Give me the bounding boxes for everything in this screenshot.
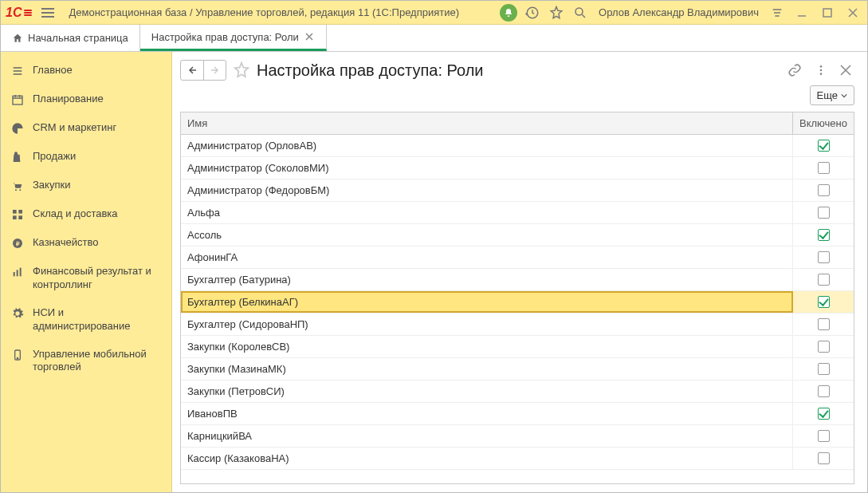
svg-point-16 [17,357,18,358]
cell-name[interactable]: Администратор (ОрловАВ) [181,135,793,156]
planning-icon [10,93,25,107]
enabled-checkbox[interactable] [818,184,830,196]
treasury-icon: ₽ [10,236,25,250]
search-icon[interactable] [571,4,589,22]
table-body[interactable]: Администратор (ОрловАВ)Администратор (Со… [181,135,854,483]
table-row[interactable]: Закупки (ПетровСИ) [181,381,854,403]
svg-rect-6 [13,210,17,214]
gear-icon [10,306,25,321]
sidebar-item-planning[interactable]: Планирование [1,85,171,114]
column-name[interactable]: Имя [181,112,793,134]
cell-name[interactable]: Альфа [181,202,793,223]
cell-name[interactable]: Закупки (ПетровСИ) [181,381,793,402]
sidebar-item-label: Финансовый результат и контроллинг [33,265,162,292]
table-row[interactable]: Закупки (МазинаМК) [181,358,854,381]
enabled-checkbox[interactable] [818,140,830,152]
cell-name[interactable]: Бухгалтер (БелкинаАГ) [181,291,793,313]
cell-name[interactable]: КарницкийВА [181,425,793,447]
cell-name[interactable]: АфонинГА [181,246,793,268]
column-enabled[interactable]: Включено [793,112,854,134]
table-row[interactable]: Администратор (ОрловАВ) [181,135,854,157]
sidebar-item-warehouse[interactable]: Склад и доставка [1,200,171,229]
table-row[interactable]: Ассоль [181,224,854,246]
sidebar-item-finance[interactable]: Финансовый результат и контроллинг [1,258,171,299]
table-row[interactable]: ИвановПВ [181,403,854,425]
table-row[interactable]: Администратор (ФедоровБМ) [181,179,854,202]
cell-enabled [793,425,854,447]
sidebar-item-treasury[interactable]: ₽ Казначейство [1,229,171,258]
sidebar-item-label: НСИ и администрирование [33,306,162,333]
main-menu-button[interactable] [38,5,57,21]
table-row[interactable]: Альфа [181,202,854,224]
tab-home[interactable]: Начальная страница [1,25,140,51]
window-minimize[interactable] [792,5,811,21]
content-header: Настройка прав доступа: Роли [172,52,867,85]
cell-name[interactable]: Ассоль [181,224,793,246]
table-row[interactable]: Бухгалтер (Батурина) [181,269,854,291]
enabled-checkbox[interactable] [818,452,830,464]
table-row[interactable]: Администратор (СоколовМИ) [181,157,854,179]
user-name[interactable]: Орлов Александр Владимирович [599,6,759,18]
enabled-checkbox[interactable] [818,363,830,375]
cell-name[interactable]: Администратор (ФедоровБМ) [181,179,793,201]
favorite-star-icon[interactable] [233,61,250,79]
nav-back-button[interactable] [181,61,203,80]
enabled-checkbox[interactable] [818,408,830,420]
more-menu-label: Еще [817,89,838,101]
table-row[interactable]: Бухгалтер (БелкинаАГ) [181,291,854,314]
table-row[interactable]: Закупки (КоролевСВ) [181,336,854,358]
svg-rect-2 [823,9,831,17]
table-row[interactable]: КарницкийВА [181,425,854,448]
cell-name[interactable]: Бухгалтер (Батурина) [181,269,793,290]
sidebar-item-main[interactable]: Главное [1,57,171,85]
cell-name[interactable]: Кассир (КазаковаНА) [181,448,793,469]
sidebar-item-crm[interactable]: CRM и маркетинг [1,114,171,143]
more-menu-button[interactable]: Еще [810,85,854,105]
cell-name[interactable]: Администратор (СоколовМИ) [181,157,793,179]
settings-icon[interactable] [768,4,786,22]
close-content-icon[interactable] [837,61,854,79]
cell-name[interactable]: Закупки (МазинаМК) [181,358,793,380]
cell-enabled [793,336,854,357]
sidebar-item-purchases[interactable]: Закупки [1,172,171,200]
enabled-checkbox[interactable] [818,318,830,330]
sidebar-item-label: Главное [33,64,73,77]
enabled-checkbox[interactable] [818,274,830,286]
cell-name[interactable]: Бухгалтер (СидороваНП) [181,314,793,335]
svg-rect-3 [13,96,22,105]
svg-rect-12 [14,272,15,276]
sidebar: Главное Планирование CRM и маркетинг Про… [1,52,172,493]
tabs-bar: Начальная страница Настройка прав доступ… [1,25,867,52]
notifications-button[interactable] [500,4,517,22]
cell-enabled [793,448,854,469]
window-close[interactable] [843,5,862,21]
history-icon[interactable] [524,4,541,22]
cell-name[interactable]: ИвановПВ [181,403,793,424]
cell-name[interactable]: Закупки (КоролевСВ) [181,336,793,357]
sidebar-item-nsi[interactable]: НСИ и администрирование [1,299,171,341]
svg-point-18 [820,69,823,72]
favorite-icon[interactable] [548,4,565,22]
enabled-checkbox[interactable] [818,296,830,308]
cell-enabled [793,269,854,290]
link-icon[interactable] [784,60,805,81]
tab-roles[interactable]: Настройка прав доступа: Роли [140,25,327,51]
enabled-checkbox[interactable] [818,430,830,442]
svg-point-17 [820,65,823,68]
more-vertical-icon[interactable] [811,61,831,80]
enabled-checkbox[interactable] [818,162,830,174]
table-row[interactable]: Бухгалтер (СидороваНП) [181,314,854,336]
nav-forward-button[interactable] [203,61,226,80]
enabled-checkbox[interactable] [818,207,830,219]
table-row[interactable]: Кассир (КазаковаНА) [181,448,854,470]
enabled-checkbox[interactable] [818,251,830,263]
sidebar-item-label: CRM и маркетинг [33,121,116,135]
sidebar-item-sales[interactable]: Продажи [1,143,171,172]
enabled-checkbox[interactable] [818,385,830,397]
tab-close-icon[interactable] [304,33,315,41]
window-maximize[interactable] [818,5,837,21]
table-row[interactable]: АфонинГА [181,246,854,269]
enabled-checkbox[interactable] [818,341,830,353]
enabled-checkbox[interactable] [818,229,830,241]
sidebar-item-mobile[interactable]: Управление мобильной торговлей [1,341,171,382]
